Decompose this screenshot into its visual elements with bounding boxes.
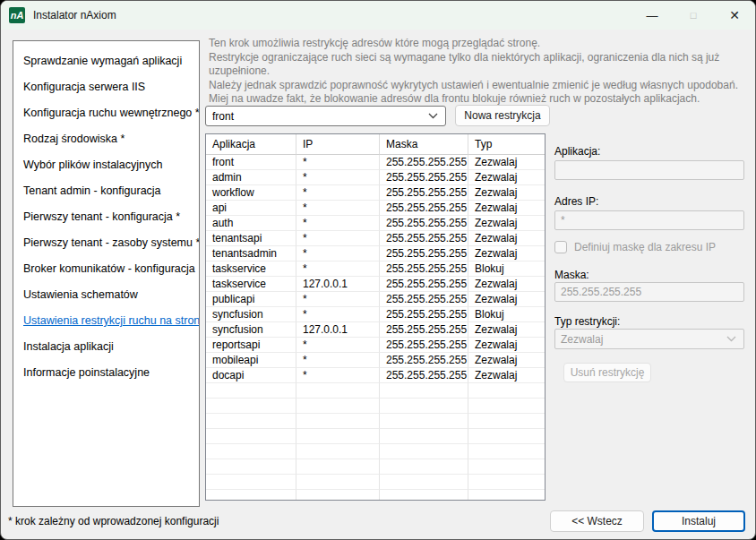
back-button[interactable]: << Wstecz <box>550 510 644 532</box>
table-row[interactable]: workflow*255.255.255.255Zezwalaj <box>206 185 545 201</box>
table-cell: Zezwalaj <box>468 216 545 231</box>
column-header[interactable]: Typ <box>468 134 545 155</box>
table-cell <box>468 490 545 501</box>
installer-window: nA Instalator nAxiom ― □ ✕ Sprawdzanie w… <box>0 0 756 540</box>
table-row[interactable]: admin*255.255.255.255Zezwalaj <box>206 170 545 185</box>
column-header[interactable]: IP <box>296 134 380 155</box>
table-cell: Blokuj <box>468 307 545 322</box>
restrictions-table[interactable]: AplikacjaIPMaskaTyp front*255.255.255.25… <box>205 133 546 501</box>
sidebar-item[interactable]: Rodzaj środowiska * <box>13 125 199 151</box>
define-mask-checkbox[interactable] <box>554 241 567 253</box>
table-cell: Zezwalaj <box>468 277 545 292</box>
table-row <box>206 399 545 414</box>
sidebar-item[interactable]: Pierwszy tenant - konfiguracja * <box>13 203 199 229</box>
table-cell: mobileapi <box>206 353 296 368</box>
table-cell: syncfusion <box>206 322 296 338</box>
table-cell <box>468 383 545 399</box>
table-cell: 255.255.255.255 <box>380 231 468 246</box>
table-row[interactable]: docapi*255.255.255.255Zezwalaj <box>206 368 545 383</box>
table-cell: 255.255.255.255 <box>380 368 468 383</box>
table-cell: 127.0.0.1 <box>296 322 380 338</box>
new-restriction-button[interactable]: Nowa restrykcja <box>455 105 550 126</box>
sidebar-item[interactable]: Informacje poinstalacyjne <box>13 359 199 385</box>
sidebar-item[interactable]: Ustawienia restrykcji ruchu na stronie <box>13 307 199 333</box>
table-cell <box>380 444 468 459</box>
delete-restriction-button[interactable]: Usuń restrykcję <box>563 363 651 382</box>
restriction-type-value: Zezwalaj <box>561 333 603 346</box>
table-cell: * <box>296 338 380 353</box>
table-cell: front <box>206 155 296 170</box>
table-row[interactable]: reportsapi*255.255.255.255Zezwalaj <box>206 338 545 353</box>
sidebar-item[interactable]: Konfiguracja serwera IIS <box>13 73 199 99</box>
table-row <box>206 459 545 475</box>
table-row[interactable]: front*255.255.255.255Zezwalaj <box>206 155 545 170</box>
table-row[interactable]: publicapi*255.255.255.255Zezwalaj <box>206 292 545 307</box>
table-cell <box>206 383 296 399</box>
ip-field-label: Adres IP: <box>554 195 598 208</box>
table-cell <box>296 399 380 414</box>
table-cell: 255.255.255.255 <box>380 353 468 368</box>
table-row[interactable]: syncfusion*255.255.255.255Blokuj <box>206 307 545 322</box>
mask-field[interactable] <box>554 282 744 302</box>
restriction-type-select[interactable]: Zezwalaj <box>554 329 744 349</box>
sidebar-item[interactable]: Tenant admin - konfiguracja <box>13 177 199 203</box>
table-cell: docapi <box>206 368 296 383</box>
table-cell: publicapi <box>206 292 296 307</box>
restriction-type-label: Typ restrykcji: <box>554 315 620 328</box>
table-cell: * <box>296 216 380 231</box>
sidebar-item[interactable]: Ustawienia schematów <box>13 281 199 307</box>
table-cell <box>380 490 468 501</box>
table-cell: Zezwalaj <box>468 231 545 246</box>
column-header[interactable]: Maska <box>380 134 468 155</box>
table-cell <box>296 444 380 459</box>
table-cell: tenantsapi <box>206 231 296 246</box>
sidebar-item[interactable]: Instalacja aplikacji <box>13 333 199 359</box>
sidebar-item[interactable]: Konfiguracja ruchu wewnętrznego * <box>13 99 199 125</box>
table-cell <box>206 444 296 459</box>
table-cell: Zezwalaj <box>468 338 545 353</box>
table-cell <box>206 475 296 490</box>
chevron-down-icon <box>726 336 736 342</box>
table-cell <box>206 414 296 429</box>
table-row[interactable]: taskservice*255.255.255.255Blokuj <box>206 261 545 277</box>
table-row[interactable]: api*255.255.255.255Zezwalaj <box>206 201 545 216</box>
application-select[interactable]: front <box>205 106 446 126</box>
table-cell: * <box>296 353 380 368</box>
table-cell: 127.0.0.1 <box>296 277 380 292</box>
table-row[interactable]: taskservice127.0.0.1255.255.255.255Zezwa… <box>206 277 545 292</box>
table-cell <box>468 399 545 414</box>
table-cell: Zezwalaj <box>468 201 545 216</box>
table-cell <box>380 429 468 444</box>
table-row[interactable]: tenantsadmin*255.255.255.255Zezwalaj <box>206 246 545 261</box>
table-cell <box>296 429 380 444</box>
application-field[interactable] <box>554 160 744 180</box>
sidebar-item[interactable]: Wybór plików instalacyjnych <box>13 151 199 177</box>
table-row <box>206 383 545 399</box>
sidebar-item[interactable]: Pierwszy tenant - zasoby systemu * <box>13 229 199 255</box>
table-cell: Zezwalaj <box>468 170 545 185</box>
sidebar-item[interactable]: Sprawdzanie wymagań aplikacji <box>13 47 199 73</box>
table-cell <box>296 490 380 501</box>
restriction-form: Aplikacja: Adres IP: Definiuj maskę dla … <box>554 1 744 540</box>
application-select-value: front <box>212 110 234 123</box>
install-button[interactable]: Instaluj <box>652 510 745 532</box>
table-row <box>206 444 545 459</box>
table-row[interactable]: tenantsapi*255.255.255.255Zezwalaj <box>206 231 545 246</box>
ip-field[interactable] <box>554 210 744 230</box>
table-cell: Zezwalaj <box>468 353 545 368</box>
table-cell <box>380 414 468 429</box>
column-header[interactable]: Aplikacja <box>206 134 296 155</box>
table-cell: 255.255.255.255 <box>380 261 468 277</box>
define-mask-checkbox-row[interactable]: Definiuj maskę dla zakresu IP <box>554 241 716 253</box>
table-cell <box>380 383 468 399</box>
steps-sidebar: Sprawdzanie wymagań aplikacjiKonfiguracj… <box>13 40 200 507</box>
table-row[interactable]: auth*255.255.255.255Zezwalaj <box>206 216 545 231</box>
table-cell <box>380 399 468 414</box>
sidebar-item[interactable]: Broker komunikatów - konfiguracja <box>13 255 199 281</box>
table-cell <box>468 444 545 459</box>
table-row[interactable]: syncfusion127.0.0.1255.255.255.255Zezwal… <box>206 322 545 338</box>
table-cell: * <box>296 292 380 307</box>
table-row[interactable]: mobileapi*255.255.255.255Zezwalaj <box>206 353 545 368</box>
table-cell: 255.255.255.255 <box>380 322 468 338</box>
table-row <box>206 490 545 501</box>
